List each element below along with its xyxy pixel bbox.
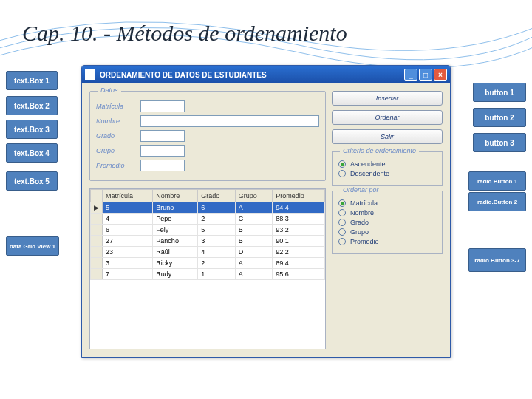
- table-cell: Pepe: [153, 214, 198, 225]
- table-header[interactable]: Promedio: [273, 190, 325, 202]
- datagridview[interactable]: MatrículaNombreGradoGrupoPromedio▶5Bruno…: [89, 188, 326, 349]
- nombre-label: Nombre: [96, 117, 140, 125]
- table-cell: B: [235, 236, 273, 247]
- table-cell: Fely: [153, 225, 198, 236]
- table-cell: 4: [198, 247, 236, 258]
- ordenarpor-legend: Ordenar por: [340, 186, 382, 194]
- promedio-input[interactable]: [140, 160, 185, 171]
- table-cell: 92.2: [273, 247, 325, 258]
- table-header[interactable]: Nombre: [153, 190, 198, 202]
- callout-radiobutton1: radio.Button 1: [468, 171, 526, 191]
- table-cell: 90.1: [273, 236, 325, 247]
- table-cell: 6: [103, 225, 153, 236]
- radio-dot-icon: [338, 160, 346, 168]
- radio-dot-icon: [338, 228, 346, 236]
- callout-radiobutton2: radio.Button 2: [468, 192, 526, 211]
- table-cell: Bruno: [153, 202, 198, 214]
- table-row[interactable]: 6Fely5B93.2: [91, 225, 325, 236]
- table-row[interactable]: 3Ricky2A89.4: [91, 258, 325, 269]
- table-cell: C: [235, 214, 273, 225]
- table-cell: Rudy: [153, 269, 198, 280]
- table-header[interactable]: Grupo: [235, 190, 273, 202]
- radio-grado[interactable]: Grado: [338, 219, 436, 226]
- table-cell: 7: [103, 269, 153, 280]
- radio-grupo[interactable]: Grupo: [338, 228, 436, 236]
- radio-dot-icon: [338, 209, 346, 216]
- callout-textbox5: text.Box 5: [6, 171, 58, 191]
- table-cell: Ricky: [153, 258, 198, 269]
- grupo-label: Grupo: [96, 147, 140, 154]
- callout-textbox3: text.Box 3: [6, 120, 58, 139]
- slide-title: Cap. 10. - Métodos de ordenamiento: [22, 21, 347, 46]
- table-cell: 2: [198, 258, 236, 269]
- groupbox-datos: Datos Matrícula Nombre Grado Grupo: [89, 91, 326, 181]
- table-cell: 2: [198, 214, 236, 225]
- table-cell: 1: [198, 269, 236, 280]
- table-cell: 3: [198, 236, 236, 247]
- maximize-button[interactable]: □: [419, 69, 432, 81]
- table-cell: 23: [103, 247, 153, 258]
- matricula-label: Matrícula: [96, 103, 140, 110]
- table-row[interactable]: 4Pepe2C88.3: [91, 214, 325, 225]
- table-cell: 5: [198, 225, 236, 236]
- criterio-legend: Criterio de ordenamiento: [340, 147, 419, 154]
- table-cell: 94.4: [273, 202, 325, 214]
- matricula-input[interactable]: [140, 100, 185, 112]
- table-row[interactable]: 23Raúl4D92.2: [91, 247, 325, 258]
- table-row[interactable]: 7Rudy1A95.6: [91, 269, 325, 280]
- ordenar-button[interactable]: Ordenar: [332, 110, 443, 125]
- table-cell: B: [235, 225, 273, 236]
- groupbox-criterio: Criterio de ordenamiento Ascendente Desc…: [332, 151, 443, 186]
- table-row[interactable]: ▶5Bruno6A94.4: [91, 202, 325, 214]
- table-cell: A: [235, 258, 273, 269]
- radio-dot-icon: [338, 219, 346, 226]
- callout-button2: button 2: [473, 108, 526, 127]
- table-cell: A: [235, 202, 273, 214]
- window-title: ORDENAMIENTO DE DATOS DE ESTUDIANTES: [100, 71, 267, 79]
- radio-nombre[interactable]: Nombre: [338, 209, 436, 216]
- table-header[interactable]: Grado: [198, 190, 236, 202]
- table-cell: A: [235, 269, 273, 280]
- app-window: ◧ ORDENAMIENTO DE DATOS DE ESTUDIANTES _…: [81, 65, 451, 358]
- table-cell: 89.4: [273, 258, 325, 269]
- insertar-button[interactable]: Insertar: [332, 91, 443, 106]
- table-cell: 6: [198, 202, 236, 214]
- callout-textbox2: text.Box 2: [6, 96, 58, 115]
- grado-input[interactable]: [140, 130, 185, 142]
- grupo-input[interactable]: [140, 145, 185, 157]
- titlebar[interactable]: ◧ ORDENAMIENTO DE DATOS DE ESTUDIANTES _…: [82, 66, 450, 83]
- grado-label: Grado: [96, 132, 140, 140]
- radio-dot-icon: [338, 170, 346, 177]
- table-cell: 4: [103, 214, 153, 225]
- callout-button3: button 3: [473, 133, 526, 152]
- radio-dot-icon: [338, 200, 346, 207]
- callout-textbox1: text.Box 1: [6, 71, 58, 90]
- nombre-input[interactable]: [140, 115, 319, 127]
- minimize-button[interactable]: _: [404, 69, 417, 81]
- radio-promedio[interactable]: Promedio: [338, 238, 436, 245]
- promedio-label: Promedio: [96, 162, 140, 169]
- salir-button[interactable]: Salir: [332, 129, 443, 144]
- table-cell: 3: [103, 258, 153, 269]
- table-header[interactable]: Matrícula: [103, 190, 153, 202]
- radio-descendente[interactable]: Descendente: [338, 170, 436, 177]
- table-cell: Pancho: [153, 236, 198, 247]
- radio-dot-icon: [338, 238, 346, 245]
- table-cell: 27: [103, 236, 153, 247]
- table-cell: Raúl: [153, 247, 198, 258]
- table-cell: 88.3: [273, 214, 325, 225]
- callout-textbox4: text.Box 4: [6, 143, 58, 163]
- radio-matricula[interactable]: Matrícula: [338, 200, 436, 207]
- table-row[interactable]: 27Pancho3B90.1: [91, 236, 325, 247]
- groupbox-ordenarpor: Ordenar por Matrícula Nombre Grado Grupo…: [332, 191, 443, 254]
- callout-radiobutton3-7: radio.Button 3-7: [468, 248, 526, 272]
- close-button[interactable]: ×: [434, 69, 447, 81]
- radio-ascendente[interactable]: Ascendente: [338, 160, 436, 168]
- groupbox-datos-legend: Datos: [98, 86, 121, 94]
- table-cell: 5: [103, 202, 153, 214]
- table-cell: 95.6: [273, 269, 325, 280]
- table-cell: 93.2: [273, 225, 325, 236]
- app-icon: ◧: [85, 69, 95, 80]
- callout-datagridview: data.Grid.View 1: [6, 236, 59, 256]
- callout-button1: button 1: [473, 83, 526, 102]
